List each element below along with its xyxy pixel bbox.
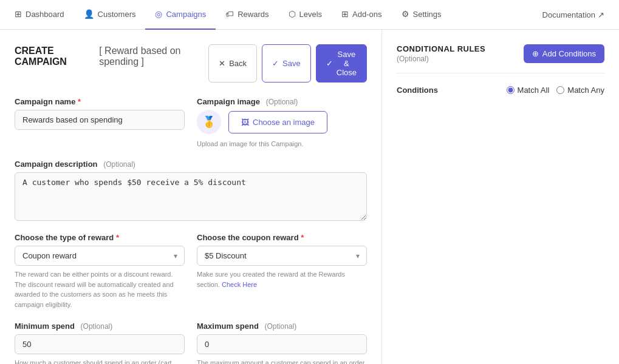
nav-item-rewards[interactable]: 🏷 Rewards xyxy=(216,0,278,30)
reward-type-select-wrapper: Coupon reward Points reward ▾ xyxy=(15,246,185,266)
name-image-row: Campaign name * Campaign image (Optional… xyxy=(15,97,367,147)
campaign-image-label: Campaign image (Optional) xyxy=(197,97,367,106)
coupon-reward-select[interactable]: $5 Discount $10 Discount $20 Discount xyxy=(197,246,367,266)
page-title: CREATE CAMPAIGN [ Reward based on spendi… xyxy=(15,46,208,67)
campaign-image-group: Campaign image (Optional) 🥇 🖼 Choose an … xyxy=(197,97,367,147)
reward-type-select[interactable]: Coupon reward Points reward xyxy=(15,246,185,266)
upload-hint: Upload an image for this Campaign. xyxy=(197,140,367,147)
external-link-icon: ↗ xyxy=(598,10,604,19)
coupon-reward-select-wrapper: $5 Discount $10 Discount $20 Discount ▾ xyxy=(197,246,367,266)
page-header: CREATE CAMPAIGN [ Reward based on spendi… xyxy=(15,44,367,83)
save-button[interactable]: ✓ Save xyxy=(262,44,311,83)
max-spend-hint: The maximum amount a customer can spend … xyxy=(197,358,367,364)
match-all-option[interactable]: Match All xyxy=(507,86,550,95)
medal-icon: 🥇 xyxy=(197,110,221,134)
conditional-rules-title: CONDITIONAL RULES xyxy=(397,44,485,53)
campaigns-icon: ◎ xyxy=(155,9,162,19)
match-options: Match All Match Any xyxy=(507,86,604,95)
image-upload-area: 🥇 🖼 Choose an image xyxy=(197,110,367,134)
description-label: Campaign description (Optional) xyxy=(15,160,367,169)
description-textarea[interactable]: A customer who spends $50 receive a 5% d… xyxy=(15,172,367,221)
save-icon: ✓ xyxy=(272,59,279,68)
header-actions: ✕ Back ✓ Save ✓ Save & Close xyxy=(208,44,367,83)
conditional-rules-header: CONDITIONAL RULES (Optional) ⊕ Add Condi… xyxy=(397,44,604,63)
rewards-icon: 🏷 xyxy=(225,9,234,19)
campaign-name-group: Campaign name * xyxy=(15,97,185,147)
match-all-radio[interactable] xyxy=(507,86,515,94)
max-spend-label: Maximum spend (Optional) xyxy=(197,322,367,331)
description-group: Campaign description (Optional) A custom… xyxy=(15,160,367,221)
reward-type-group: Choose the type of reward * Coupon rewar… xyxy=(15,233,185,309)
nav-item-settings[interactable]: ⚙ Settings xyxy=(392,0,451,30)
check-here-link[interactable]: Check Here xyxy=(222,281,257,288)
reward-row: Choose the type of reward * Coupon rewar… xyxy=(15,233,367,309)
save-close-icon: ✓ xyxy=(326,59,333,68)
min-spend-label: Minimum spend (Optional) xyxy=(15,322,185,331)
divider xyxy=(397,73,604,73)
right-panel: CONDITIONAL RULES (Optional) ⊕ Add Condi… xyxy=(382,30,619,364)
spend-row: Minimum spend (Optional) How much a cust… xyxy=(15,322,367,364)
coupon-reward-group: Choose the coupon reward * $5 Discount $… xyxy=(197,233,367,309)
nav-item-levels[interactable]: ⬡ Levels xyxy=(279,0,332,30)
settings-icon: ⚙ xyxy=(402,9,409,19)
add-conditions-button[interactable]: ⊕ Add Conditions xyxy=(524,44,604,63)
back-button[interactable]: ✕ Back xyxy=(208,44,257,83)
nav-docs-link[interactable]: Documentation ↗ xyxy=(533,10,614,19)
conditions-row: Conditions Match All Match Any xyxy=(397,86,604,95)
min-spend-hint: How much a customer should spend in an o… xyxy=(15,358,185,364)
dashboard-icon: ⊞ xyxy=(15,9,22,19)
choose-image-button[interactable]: 🖼 Choose an image xyxy=(228,111,327,133)
conditional-rules-title-group: CONDITIONAL RULES (Optional) xyxy=(397,44,485,63)
campaign-name-input[interactable] xyxy=(15,110,185,130)
main-container: CREATE CAMPAIGN [ Reward based on spendi… xyxy=(0,30,619,364)
reward-type-label: Choose the type of reward * xyxy=(15,233,185,242)
min-spend-input[interactable] xyxy=(15,334,185,354)
reward-type-hint: The reward can be either points or a dis… xyxy=(15,269,185,309)
save-close-button[interactable]: ✓ Save & Close xyxy=(316,44,367,83)
back-icon: ✕ xyxy=(219,59,225,68)
nav-item-addons[interactable]: ⊞ Add-ons xyxy=(332,0,391,30)
conditions-label: Conditions xyxy=(397,86,438,95)
max-spend-input[interactable] xyxy=(197,334,367,354)
max-spend-group: Maximum spend (Optional) The maximum amo… xyxy=(197,322,367,364)
min-spend-group: Minimum spend (Optional) How much a cust… xyxy=(15,322,185,364)
left-panel: CREATE CAMPAIGN [ Reward based on spendi… xyxy=(0,30,382,364)
match-any-radio[interactable] xyxy=(556,86,564,94)
match-any-option[interactable]: Match Any xyxy=(556,86,604,95)
coupon-reward-hint: Make sure you created the reward at the … xyxy=(197,269,367,289)
levels-icon: ⬡ xyxy=(289,9,296,19)
coupon-reward-label: Choose the coupon reward * xyxy=(197,233,367,242)
optional-label: (Optional) xyxy=(397,55,485,63)
nav-item-dashboard[interactable]: ⊞ Dashboard xyxy=(5,0,74,30)
addons-icon: ⊞ xyxy=(341,9,349,19)
top-navigation: ⊞ Dashboard 👤 Customers ◎ Campaigns 🏷 Re… xyxy=(0,0,619,30)
campaign-name-label: Campaign name * xyxy=(15,97,185,106)
customers-icon: 👤 xyxy=(84,9,94,19)
image-icon: 🖼 xyxy=(241,118,249,127)
nav-item-campaigns[interactable]: ◎ Campaigns xyxy=(145,0,216,30)
nav-item-customers[interactable]: 👤 Customers xyxy=(74,0,146,30)
add-conditions-icon: ⊕ xyxy=(532,49,539,58)
